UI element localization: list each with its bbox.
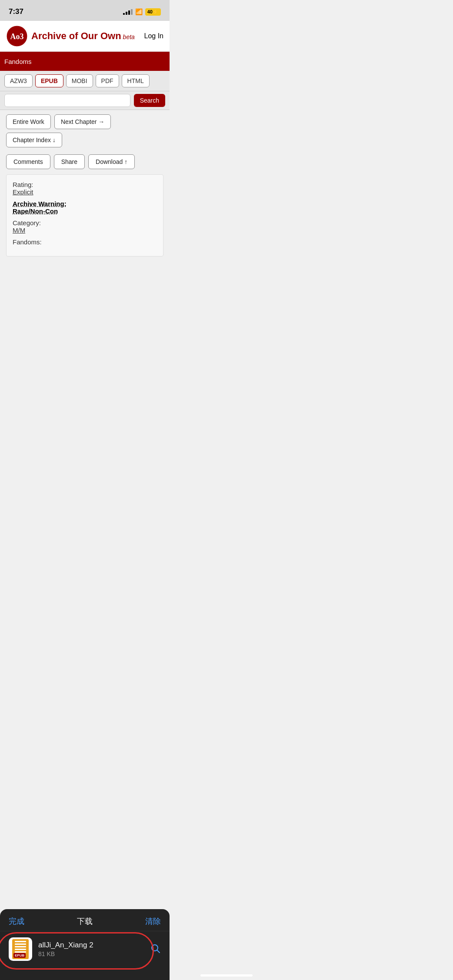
fandoms-label: Fandoms:	[13, 238, 42, 246]
ao3-logo-area: Ao3 Archive of Our Ownbeta	[6, 25, 135, 47]
ao3-site-title: Archive of Our Own	[31, 30, 121, 41]
chapter-nav: Entire Work Next Chapter → Chapter Index…	[0, 110, 170, 152]
warning-label: Archive Warning:	[13, 200, 67, 207]
status-time: 7:37	[9, 7, 23, 16]
ao3-header: Ao3 Archive of Our Ownbeta Log In	[0, 21, 170, 52]
share-button[interactable]: Share	[54, 154, 85, 169]
search-input[interactable]	[4, 94, 130, 107]
page-content: Entire Work Next Chapter → Chapter Index…	[0, 110, 170, 257]
search-bar: Search	[0, 91, 170, 110]
format-html-button[interactable]: HTML	[122, 74, 150, 87]
ao3-beta-label: beta	[123, 33, 135, 40]
nav-bar: Fandoms	[0, 52, 170, 71]
format-azw3-button[interactable]: AZW3	[4, 74, 33, 87]
action-bar: Comments Share Download ↑	[0, 152, 170, 174]
category-value[interactable]: M/M	[13, 227, 25, 234]
category-label: Category:	[13, 219, 41, 227]
category-row: Category: M/M	[13, 219, 157, 234]
entire-work-button[interactable]: Entire Work	[6, 114, 51, 129]
format-bar: AZW3 EPUB MOBI PDF HTML	[0, 71, 170, 91]
rating-value[interactable]: Explicit	[13, 188, 33, 196]
svg-text:Ao3: Ao3	[10, 32, 24, 41]
signal-icon	[123, 9, 133, 15]
rating-row: Rating: Explicit	[13, 181, 157, 196]
format-pdf-button[interactable]: PDF	[96, 74, 119, 87]
login-button[interactable]: Log In	[144, 32, 163, 40]
search-button[interactable]: Search	[134, 94, 165, 107]
status-icons: 📶 40⚡	[123, 8, 161, 16]
warning-row: Archive Warning: Rape/Non-Con	[13, 200, 157, 215]
work-info-box: Rating: Explicit Archive Warning: Rape/N…	[6, 174, 163, 257]
fandoms-label[interactable]: Fandoms	[4, 58, 32, 65]
wifi-icon: 📶	[135, 8, 143, 15]
next-chapter-button[interactable]: Next Chapter →	[54, 114, 111, 129]
rating-label: Rating:	[13, 181, 33, 188]
format-epub-button[interactable]: EPUB	[35, 74, 63, 87]
fandoms-row: Fandoms:	[13, 238, 157, 246]
battery-icon: 40⚡	[145, 8, 161, 16]
download-button[interactable]: Download ↑	[88, 154, 135, 169]
comments-button[interactable]: Comments	[6, 154, 50, 169]
chapter-index-button[interactable]: Chapter Index ↓	[6, 133, 62, 147]
format-mobi-button[interactable]: MOBI	[66, 74, 93, 87]
status-bar: 7:37 📶 40⚡	[0, 0, 170, 21]
warning-value[interactable]: Rape/Non-Con	[13, 207, 58, 215]
ao3-logo-icon: Ao3	[6, 25, 28, 47]
